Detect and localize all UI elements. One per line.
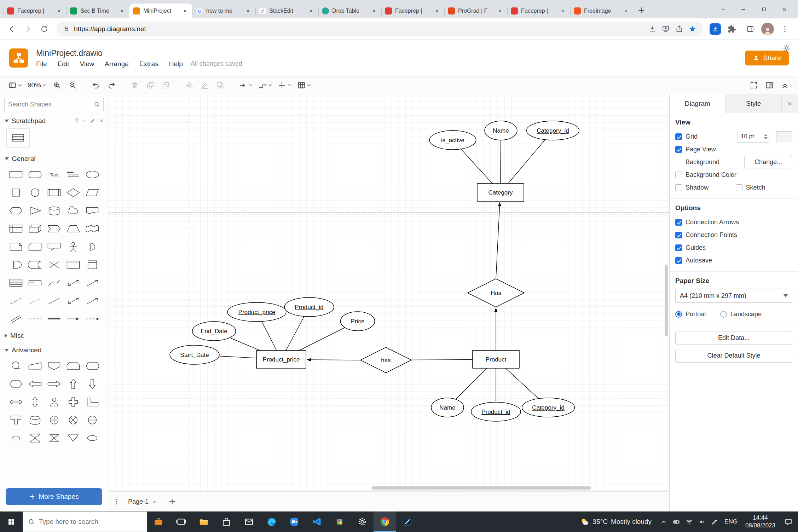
scratchpad-edit-icon[interactable] — [90, 118, 96, 124]
browser-tab[interactable]: Drop Table — [318, 4, 381, 18]
shape-circle[interactable] — [25, 184, 45, 202]
panel-close-icon[interactable]: × — [782, 94, 798, 113]
taskbar-search-input[interactable] — [39, 518, 142, 526]
general-section-header[interactable]: General — [0, 151, 108, 166]
shape-link[interactable] — [6, 310, 25, 328]
zoom-button[interactable]: 90% — [26, 79, 48, 92]
tab-close-icon[interactable] — [307, 7, 315, 15]
shape-note[interactable] — [6, 238, 25, 256]
fullscreen-button[interactable] — [747, 79, 761, 92]
shadow-button[interactable] — [214, 79, 227, 92]
shape-arrow-left[interactable] — [25, 375, 45, 393]
shape-card[interactable] — [25, 238, 45, 256]
shape-arrow-up-down[interactable] — [25, 393, 45, 411]
tray-expand-button[interactable] — [657, 518, 670, 526]
fill-color-button[interactable] — [183, 79, 196, 92]
connection-button[interactable] — [237, 79, 254, 92]
taskbar-app-store[interactable] — [215, 511, 238, 532]
view-button[interactable] — [6, 79, 24, 92]
grid-size-value[interactable] — [741, 133, 759, 140]
shape-small-ellipse[interactable] — [83, 429, 102, 447]
taskbar-app-settings[interactable] — [351, 511, 374, 532]
shape-line[interactable] — [45, 292, 64, 310]
shape-callout[interactable] — [45, 238, 64, 256]
clock[interactable]: 14:44 08/08/2023 — [741, 514, 780, 530]
tab-close-icon[interactable] — [433, 7, 441, 15]
url-text[interactable]: https://app.diagrams.net — [74, 25, 644, 33]
shape-hexagon[interactable] — [6, 202, 25, 220]
option-guides[interactable]: Guides — [675, 241, 792, 254]
zoom-out-button[interactable] — [66, 79, 79, 92]
window-maximize-button[interactable] — [753, 0, 774, 18]
browser-tab[interactable]: Sec B Time — [66, 4, 129, 18]
taskbar-search[interactable] — [23, 511, 147, 532]
add-page-button[interactable] — [165, 495, 179, 509]
shape-dotted-line[interactable] — [25, 292, 45, 310]
tab-close-icon[interactable] — [118, 7, 126, 15]
grid-size-input[interactable] — [738, 131, 769, 143]
line-color-button[interactable] — [198, 79, 212, 92]
pen-indicator[interactable] — [708, 518, 721, 526]
shape-directional-connector[interactable] — [83, 292, 102, 310]
shape-hexagon-2[interactable] — [6, 375, 25, 393]
grid-checkbox[interactable] — [675, 133, 682, 140]
grid-size-stepper[interactable] — [764, 134, 768, 139]
grid-color-swatch[interactable] — [776, 131, 792, 142]
landscape-radio[interactable] — [720, 311, 727, 318]
vertical-scrollbar[interactable] — [665, 265, 668, 336]
shape-actor[interactable] — [64, 238, 83, 256]
taskbar-app-task-view[interactable] — [170, 511, 192, 532]
collapse-button[interactable] — [778, 79, 792, 92]
browser-tab[interactable]: Faceprep | — [381, 4, 444, 18]
action-center-button[interactable] — [780, 517, 797, 526]
sketch-checkbox[interactable] — [736, 184, 742, 191]
paper-size-select[interactable]: A4 (210 mm x 297 mm) — [675, 289, 792, 303]
tab-close-icon[interactable] — [496, 7, 504, 15]
shape-data-store[interactable] — [25, 411, 45, 429]
undo-button[interactable] — [89, 79, 103, 92]
shape-data-storage[interactable] — [25, 256, 45, 274]
scratchpad-thumbnail[interactable] — [6, 128, 30, 148]
shape-trapezoid[interactable] — [64, 220, 83, 238]
browser-menu-button[interactable] — [777, 22, 792, 36]
menu-extras[interactable]: Extras — [139, 60, 158, 68]
shape-arrow-down[interactable] — [83, 375, 102, 393]
shape-curve[interactable] — [45, 274, 64, 292]
tab-style[interactable]: Style — [726, 94, 782, 113]
shape-arrow-edge[interactable] — [64, 310, 83, 328]
checkbox[interactable] — [675, 257, 682, 264]
shape-off-page[interactable] — [45, 357, 64, 375]
zoom-in-button[interactable] — [50, 79, 64, 92]
shape-corner[interactable] — [83, 393, 102, 411]
shape-minus-circle[interactable] — [83, 411, 102, 429]
browser-tab[interactable]: #StackEdit — [255, 4, 318, 18]
volume-indicator[interactable] — [695, 518, 708, 526]
tab-close-icon[interactable] — [55, 7, 63, 15]
appearance-toggle-icon[interactable] — [782, 44, 791, 52]
portrait-radio[interactable] — [675, 311, 682, 318]
shape-cross[interactable] — [64, 393, 83, 411]
shape-triangle[interactable] — [25, 202, 45, 220]
shape-or[interactable] — [83, 238, 102, 256]
pages-menu-icon[interactable] — [112, 497, 121, 506]
browser-tab[interactable]: Faceprep | — [4, 4, 66, 18]
horizontal-scrollbar[interactable] — [371, 486, 591, 490]
shape-xor-gate[interactable] — [64, 411, 83, 429]
checkbox[interactable] — [675, 219, 682, 226]
shape-cylinder[interactable] — [45, 202, 64, 220]
shape-list-item[interactable] — [25, 274, 45, 292]
tab-search-button[interactable] — [712, 0, 733, 18]
er-arrow-edge[interactable] — [496, 202, 500, 279]
shape-arrow-right[interactable] — [45, 375, 64, 393]
browser-tab[interactable]: Freeimage — [570, 4, 633, 18]
network-indicator[interactable] — [683, 518, 695, 526]
shape-cloud[interactable] — [64, 202, 83, 220]
browser-tab[interactable]: MiniProject — [129, 4, 192, 18]
tab-close-icon[interactable] — [370, 7, 378, 15]
menu-file[interactable]: File — [36, 60, 47, 68]
shape-diamond[interactable] — [64, 184, 83, 202]
address-bar[interactable]: https://app.diagrams.net — [57, 22, 703, 36]
shape-display[interactable] — [83, 357, 102, 375]
browser-tab[interactable]: Faceprep | — [507, 4, 570, 18]
taskbar-app-edge[interactable] — [260, 511, 283, 532]
